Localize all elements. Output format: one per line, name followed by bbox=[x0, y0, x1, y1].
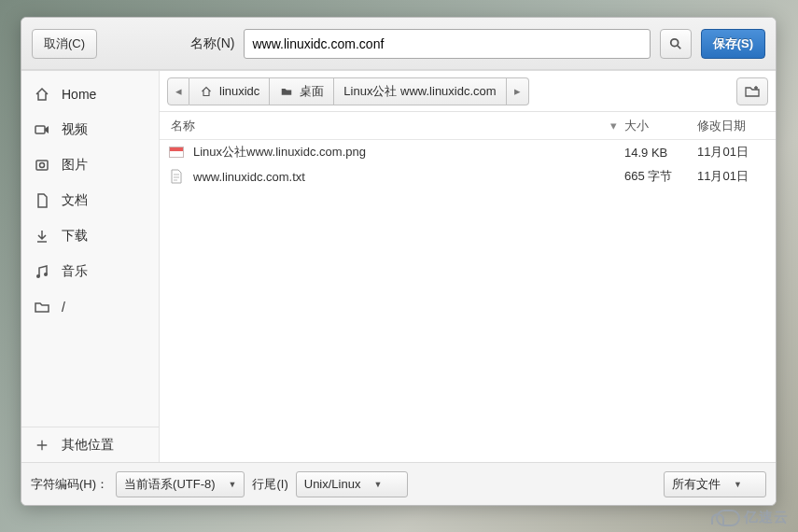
svg-point-6 bbox=[44, 273, 48, 276]
save-dialog: 取消(C) 名称(N) 保存(S) Home 视频 图片 文档 下载 音乐 / … bbox=[21, 17, 777, 506]
image-file-icon bbox=[169, 145, 184, 160]
chevron-down-icon: ▼ bbox=[373, 480, 382, 489]
sidebar-item-download[interactable]: 下载 bbox=[21, 218, 159, 254]
sidebar-item-document[interactable]: 文档 bbox=[21, 183, 159, 218]
column-headers: 名称▾ 大小 修改日期 bbox=[160, 112, 776, 140]
cloud-icon bbox=[716, 510, 740, 526]
path-segment-current[interactable]: Linux公社 www.linuxidc.com bbox=[334, 77, 506, 105]
save-button[interactable]: 保存(S) bbox=[701, 29, 765, 59]
column-name[interactable]: 名称▾ bbox=[163, 118, 624, 134]
sidebar-item-home[interactable]: Home bbox=[21, 77, 159, 112]
document-icon bbox=[35, 193, 49, 208]
sidebar-item-video[interactable]: 视频 bbox=[21, 112, 159, 147]
music-icon bbox=[35, 264, 49, 279]
sidebar-item-label: 下载 bbox=[62, 228, 88, 245]
home-icon bbox=[199, 84, 214, 99]
sidebar-item-label: 音乐 bbox=[62, 263, 88, 280]
text-file-icon bbox=[169, 169, 184, 184]
encoding-combo[interactable]: 当前语系(UTF-8)▼ bbox=[116, 471, 245, 497]
chevron-down-icon: ▼ bbox=[229, 480, 237, 489]
encoding-label: 字符编码(H)： bbox=[31, 476, 108, 493]
pathbar: ◂ linuxidc 桌面 Linux公社 www.linuxidc.com ▸ bbox=[160, 71, 776, 112]
sidebar-item-music[interactable]: 音乐 bbox=[21, 254, 159, 289]
filename-label: 名称(N) bbox=[190, 35, 234, 52]
download-icon bbox=[35, 229, 49, 244]
sidebar-item-label: Home bbox=[62, 87, 96, 102]
file-list: Linux公社www.linuxidc.com.png 14.9 KB 11月0… bbox=[160, 140, 776, 462]
file-row[interactable]: Linux公社www.linuxidc.com.png 14.9 KB 11月0… bbox=[160, 140, 776, 164]
line-ending-combo[interactable]: Unix/Linux▼ bbox=[296, 471, 408, 497]
path-segment-desktop[interactable]: 桌面 bbox=[270, 77, 334, 105]
svg-rect-3 bbox=[36, 161, 48, 170]
sidebar-item-label: 其他位置 bbox=[62, 437, 114, 454]
home-icon bbox=[35, 87, 49, 102]
file-area: ◂ linuxidc 桌面 Linux公社 www.linuxidc.com ▸… bbox=[160, 71, 776, 462]
path-back-button[interactable]: ◂ bbox=[167, 77, 189, 105]
new-folder-button[interactable] bbox=[736, 77, 768, 105]
sidebar-item-label: / bbox=[62, 300, 65, 315]
path-segment-user[interactable]: linuxidc bbox=[189, 77, 270, 105]
new-folder-icon bbox=[745, 84, 760, 99]
image-icon bbox=[35, 158, 49, 173]
line-ending-label: 行尾(I) bbox=[252, 476, 287, 493]
chevron-down-icon: ▼ bbox=[734, 480, 742, 489]
sidebar-item-other[interactable]: 其他位置 bbox=[21, 427, 159, 462]
column-size[interactable]: 大小 bbox=[624, 118, 697, 134]
column-modified[interactable]: 修改日期 bbox=[697, 118, 772, 134]
file-row[interactable]: www.linuxidc.com.txt 665 字节 11月01日 bbox=[160, 164, 776, 189]
svg-rect-2 bbox=[35, 126, 45, 133]
search-icon bbox=[669, 36, 682, 51]
sidebar-item-label: 图片 bbox=[62, 157, 88, 174]
watermark: 亿速云 bbox=[716, 509, 789, 526]
svg-point-0 bbox=[670, 38, 678, 46]
main-area: Home 视频 图片 文档 下载 音乐 / 其他位置 ◂ linuxidc 桌面… bbox=[21, 70, 776, 462]
file-filter-combo[interactable]: 所有文件▼ bbox=[664, 471, 766, 497]
svg-point-4 bbox=[40, 163, 45, 168]
cancel-button[interactable]: 取消(C) bbox=[32, 29, 97, 59]
filename-input[interactable] bbox=[244, 29, 650, 59]
folder-icon bbox=[279, 84, 294, 99]
svg-point-5 bbox=[36, 274, 40, 278]
topbar: 取消(C) 名称(N) 保存(S) bbox=[21, 18, 776, 70]
svg-line-1 bbox=[677, 45, 680, 49]
search-button[interactable] bbox=[660, 29, 692, 59]
sidebar: Home 视频 图片 文档 下载 音乐 / 其他位置 bbox=[21, 71, 160, 462]
sidebar-item-root[interactable]: / bbox=[21, 289, 159, 325]
path-forward-button[interactable]: ▸ bbox=[507, 77, 529, 105]
plus-icon bbox=[35, 438, 49, 453]
sort-desc-icon: ▾ bbox=[610, 119, 617, 133]
sidebar-item-label: 视频 bbox=[62, 121, 88, 138]
video-icon bbox=[35, 122, 49, 137]
folder-icon bbox=[35, 300, 49, 315]
sidebar-item-label: 文档 bbox=[62, 192, 88, 209]
sidebar-item-image[interactable]: 图片 bbox=[21, 147, 159, 183]
bottom-bar: 字符编码(H)： 当前语系(UTF-8)▼ 行尾(I) Unix/Linux▼ … bbox=[21, 462, 776, 505]
